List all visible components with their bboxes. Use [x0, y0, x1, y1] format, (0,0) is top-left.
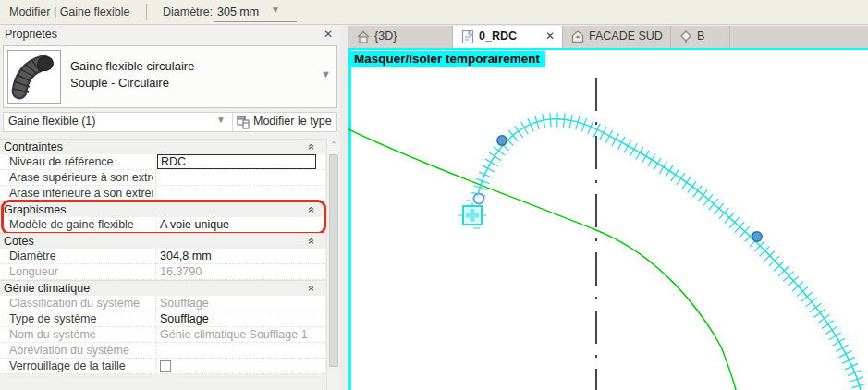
property-row: Niveau de référenceRDC [0, 154, 325, 170]
property-section: Contraintes»Niveau de référenceRDCArase … [0, 139, 325, 201]
section-label: Contraintes [4, 140, 63, 153]
properties-header: Propriétés ✕ [0, 26, 340, 44]
property-value-cell[interactable]: Soufflage [155, 311, 325, 327]
view-tab-label: 0_RDC [479, 30, 517, 43]
property-row: Type de systèmeSoufflage [0, 311, 325, 327]
section-header[interactable]: Graphismes» [0, 201, 325, 217]
options-bar: Modifier | Gaine flexible Diamètre: 305 … [0, 0, 868, 25]
view-tab--3d-[interactable]: {3D} [348, 26, 453, 48]
diameter-value: 305 mm [217, 3, 259, 21]
home-3d-icon [356, 30, 371, 48]
section-label: Génie climatique [4, 282, 90, 295]
property-value: A voie unique [160, 218, 229, 231]
property-row: Modèle de gaine flexibleA voie unique [0, 217, 325, 233]
property-label: Arase inférieure à son extrém... [9, 187, 153, 200]
chevron-down-icon: ▼ [271, 5, 280, 15]
property-edit-field[interactable]: RDC [157, 154, 316, 169]
property-label: Nom du système [9, 328, 153, 341]
duct-drag-handle[interactable] [497, 136, 507, 145]
view-tab-label: FACADE SUD [589, 30, 663, 43]
property-section: Cotes»Diamètre304,8 mmLongueur16,3790 [0, 233, 325, 280]
section-icon [679, 30, 693, 48]
options-separator [146, 4, 147, 20]
section-header[interactable]: Cotes» [0, 233, 325, 249]
close-icon[interactable]: ✕ [324, 28, 333, 41]
property-value-cell: 16,3790 [155, 264, 325, 280]
property-row: Nom du systèmeGénie climatique Soufflage… [0, 327, 325, 343]
property-label: Type de système [9, 312, 153, 325]
elevation-icon [570, 30, 585, 48]
property-value: Soufflage [160, 312, 209, 325]
property-row: Abréviation du système [0, 343, 325, 359]
section-header[interactable]: Génie climatique» [0, 280, 325, 296]
property-label: Verrouillage de la taille [9, 360, 153, 372]
type-family-name: Gaine flexible circulaire [70, 59, 194, 73]
property-label: Arase supérieure à son extré... [9, 171, 153, 184]
property-section: Graphismes»Modèle de gaine flexibleA voi… [0, 201, 325, 233]
view-tab-label: {3D} [374, 30, 397, 43]
duct-drag-handle[interactable] [752, 232, 762, 241]
edit-type-button[interactable]: Modifier le type [232, 113, 337, 131]
floor-plan-icon [460, 30, 475, 48]
property-value-cell [155, 343, 325, 359]
edit-type-icon [237, 116, 251, 129]
duct-end-handle[interactable] [474, 194, 484, 204]
view-tab-b[interactable]: B [671, 26, 730, 48]
diameter-label: Diamètre: [163, 0, 213, 24]
property-value-cell[interactable] [155, 359, 325, 374]
section-header[interactable]: Contraintes» [0, 139, 325, 154]
view-tab-0-rdc[interactable]: 0_RDC✕ [453, 26, 563, 48]
property-label: Longueur [9, 265, 153, 278]
property-value: Soufflage [160, 297, 209, 310]
scroll-up-icon[interactable]: ⌃ [327, 140, 340, 150]
property-section: Génie climatique»Classification du systè… [0, 280, 325, 374]
property-row: Arase supérieure à son extré... [0, 170, 325, 186]
section-label: Cotes [4, 235, 34, 248]
property-label: Classification du système [9, 297, 153, 310]
property-label: Diamètre [9, 250, 153, 262]
green-system-curve[interactable] [348, 129, 736, 390]
type-name: Souple - Circulaire [70, 76, 169, 90]
type-selector[interactable]: Gaine flexible circulaire Souple - Circu… [3, 45, 337, 108]
view-tab-label: B [697, 30, 704, 43]
property-value-cell[interactable] [155, 186, 325, 201]
property-value-cell[interactable]: A voie unique [155, 217, 325, 233]
view-tab-bar: {3D}0_RDC✕FACADE SUDB [348, 26, 868, 48]
property-grid: Contraintes»Niveau de référenceRDCArase … [0, 139, 325, 374]
size-lock-checkbox[interactable] [160, 360, 171, 372]
diameter-combo[interactable]: 305 mm ▼ [214, 2, 297, 22]
properties-scrollbar[interactable]: ⌃ [326, 139, 339, 390]
property-value-cell[interactable] [155, 170, 325, 186]
property-value-cell: Soufflage [155, 296, 325, 311]
property-value: Génie climatique Soufflage 1 [160, 328, 308, 341]
property-label: Modèle de gaine flexible [9, 218, 153, 231]
mode-label: Modifier | Gaine flexible [9, 0, 129, 24]
scrollbar-thumb[interactable] [329, 154, 338, 367]
chevron-down-icon: ▼ [216, 115, 226, 125]
property-label: Abréviation du système [9, 344, 153, 357]
property-row: Classification du systèmeSoufflage [0, 296, 325, 311]
type-preview-image [7, 50, 61, 104]
close-tab-icon[interactable]: ✕ [545, 30, 555, 43]
property-row: Arase inférieure à son extrém... [0, 186, 325, 201]
drawing-canvas[interactable] [348, 48, 868, 390]
property-value-cell[interactable]: 304,8 mm [155, 249, 325, 264]
property-row: Longueur16,3790 [0, 264, 325, 280]
property-row: Diamètre304,8 mm [0, 249, 325, 264]
instance-filter-row: Gaine flexible (1) ▼ Modifier le type [3, 112, 337, 132]
property-value: 16,3790 [160, 265, 202, 278]
property-value-cell: Génie climatique Soufflage 1 [155, 327, 325, 343]
instance-filter-combo[interactable]: Gaine flexible (1) ▼ [4, 113, 231, 131]
edit-type-label: Modifier le type [253, 115, 332, 128]
chevron-down-icon[interactable]: ▼ [321, 68, 331, 79]
view-tab-facade-sud[interactable]: FACADE SUD [563, 26, 671, 48]
property-label: Niveau de référence [9, 155, 153, 168]
hide-isolate-banner[interactable]: Masquer/Isoler temporairement [351, 51, 545, 67]
properties-title: Propriétés [5, 28, 57, 41]
property-row: Verrouillage de la taille [0, 359, 325, 374]
flex-duct-centerline[interactable] [477, 119, 861, 390]
property-value-cell[interactable]: RDC [155, 154, 325, 170]
section-label: Graphismes [4, 203, 66, 216]
flex-duct-elbow-image [8, 51, 60, 103]
flex-duct-tick-marks [471, 113, 865, 388]
